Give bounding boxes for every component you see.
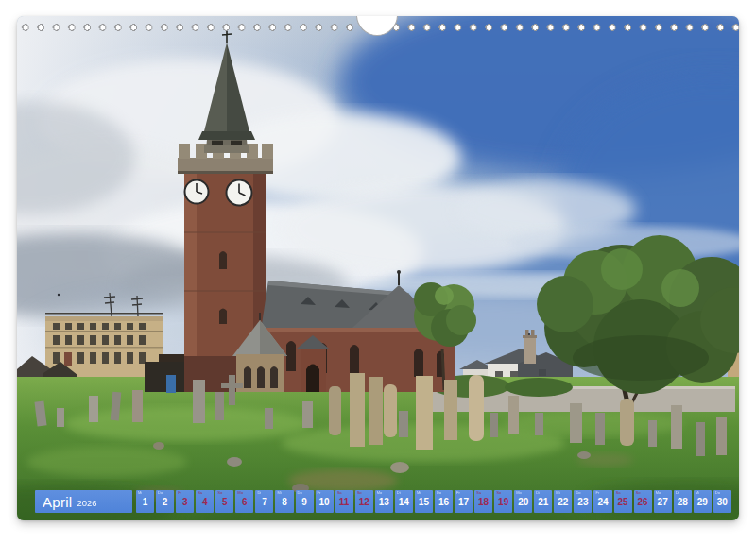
calendar-day-strip: Mi1Do2Fr3Sa4So5Mo6Di7Mi8Do9Fr10Sa11So12M… — [136, 490, 731, 513]
calendar-day-cell: So19 — [494, 490, 512, 513]
calendar-day-cell: Mo27 — [654, 490, 672, 513]
calendar-day-cell: Fr3 — [176, 490, 194, 513]
calendar-day-cell: Mi22 — [554, 490, 572, 513]
calendar-day-cell: Fr24 — [593, 490, 611, 513]
year-label: 2026 — [77, 498, 97, 508]
calendar-page: April 2026 Mi1Do2Fr3Sa4So5Mo6Di7Mi8Do9Fr… — [17, 16, 739, 520]
calendar-day-cell: So26 — [634, 490, 652, 513]
calendar-day-cell: Do9 — [296, 490, 314, 513]
blue-door — [166, 375, 176, 393]
calendar-day-cell: Di28 — [674, 490, 692, 513]
calendar-product-image: April 2026 Mi1Do2Fr3Sa4So5Mo6Di7Mi8Do9Fr… — [0, 0, 756, 545]
calendar-day-cell: So5 — [215, 490, 233, 513]
calendar-day-cell: Mi8 — [275, 490, 293, 513]
calendar-day-cell: Mi29 — [694, 490, 712, 513]
calendar-day-cell: Do16 — [435, 490, 453, 513]
calendar-day-cell: Di7 — [255, 490, 273, 513]
clock-front-face — [227, 180, 252, 206]
calendar-day-cell: Mo20 — [514, 490, 532, 513]
calendar-day-cell: Mi1 — [136, 490, 154, 513]
calendar-day-cell: Sa18 — [474, 490, 492, 513]
calendar-day-cell: Di21 — [534, 490, 552, 513]
calendar-day-cell: Fr10 — [316, 490, 334, 513]
calendar-day-cell: Mo6 — [235, 490, 253, 513]
calendar-day-cell: Di14 — [395, 490, 413, 513]
calendar-day-cell: Mo13 — [375, 490, 393, 513]
month-label-block: April 2026 — [35, 490, 132, 513]
calendar-day-cell: Mi15 — [415, 490, 433, 513]
calendar-photo — [17, 16, 739, 520]
month-label: April — [43, 494, 73, 510]
calendar-day-cell: Sa11 — [335, 490, 353, 513]
calendar-day-cell: Sa4 — [196, 490, 214, 513]
calendar-day-cell: Do2 — [156, 490, 174, 513]
calendar-day-cell: Sa25 — [614, 490, 632, 513]
calendar-day-cell: Do23 — [574, 490, 592, 513]
calendar-day-cell: Do30 — [713, 490, 731, 513]
calendar-day-cell: Fr17 — [455, 490, 472, 513]
clock-left-face — [185, 180, 209, 204]
calendar-day-cell: So12 — [355, 490, 373, 513]
calendar-strip: April 2026 Mi1Do2Fr3Sa4So5Mo6Di7Mi8Do9Fr… — [17, 490, 739, 513]
